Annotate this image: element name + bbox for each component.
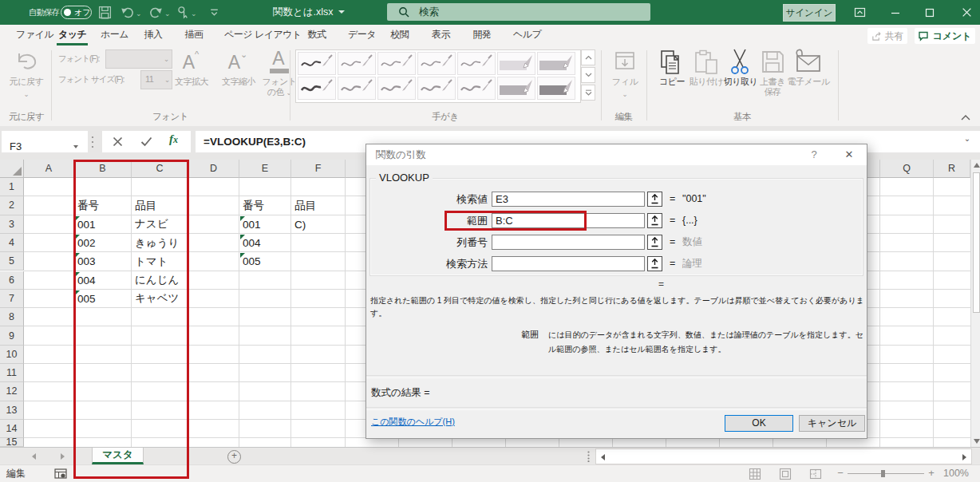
email-icon[interactable] bbox=[792, 48, 824, 75]
row-header-4[interactable]: 4 bbox=[0, 234, 24, 252]
row-header-9[interactable]: 9 bbox=[0, 326, 24, 345]
ribbon-display-options-button[interactable] bbox=[846, 0, 873, 25]
fill-down-icon[interactable] bbox=[613, 50, 637, 73]
vertical-scrollbar[interactable] bbox=[970, 160, 980, 447]
cell-E2[interactable]: 番号 bbox=[243, 196, 264, 215]
row-header-15[interactable]: 15 bbox=[0, 438, 24, 447]
signin-button[interactable]: サインイン bbox=[783, 4, 836, 22]
column-header-Q[interactable]: Q bbox=[880, 160, 934, 178]
comments-button[interactable]: コメント bbox=[915, 28, 975, 44]
row-header-6[interactable]: 6 bbox=[0, 271, 24, 290]
ink-pen-thumbnail[interactable] bbox=[298, 77, 336, 100]
normal-view-icon[interactable] bbox=[749, 468, 761, 480]
fill-button-label[interactable]: フィル bbox=[607, 77, 643, 87]
ink-pen-thumbnail[interactable] bbox=[497, 52, 535, 75]
column-header-A[interactable]: A bbox=[24, 160, 74, 178]
insert-function-icon[interactable]: fx bbox=[169, 132, 188, 152]
undo-button-label[interactable]: 元に戻す bbox=[3, 77, 49, 87]
minimize-button[interactable] bbox=[882, 0, 909, 25]
name-box[interactable]: F3 bbox=[2, 131, 88, 152]
ink-pen-thumbnail[interactable] bbox=[338, 52, 376, 75]
email-button-label[interactable]: 電子メール bbox=[784, 77, 833, 87]
zoom-in-button[interactable]: + bbox=[926, 465, 937, 482]
redo-dropdown-caret[interactable]: ⌄ bbox=[164, 10, 171, 18]
cancel-entry-icon[interactable] bbox=[113, 136, 123, 147]
range-picker-button-列番号[interactable] bbox=[647, 235, 662, 250]
paste-icon[interactable] bbox=[693, 49, 720, 76]
formula-bar-expand-icon[interactable]: ⌄ bbox=[961, 132, 974, 145]
ribbon-tab-ホーム[interactable]: ホーム bbox=[99, 25, 130, 45]
ribbon-tab-数式[interactable]: 数式 bbox=[306, 25, 328, 45]
cell-E5[interactable]: 005 bbox=[243, 252, 261, 271]
ribbon-tab-挿入[interactable]: 挿入 bbox=[142, 25, 164, 45]
sheet-nav-next-icon[interactable] bbox=[61, 453, 65, 460]
dialog-title-bar[interactable]: 関数の引数 ? ✕ bbox=[366, 144, 867, 165]
row-header-10[interactable]: 10 bbox=[0, 346, 24, 364]
cell-F3[interactable]: C) bbox=[294, 215, 306, 234]
horizontal-scrollbar[interactable] bbox=[595, 448, 972, 464]
row-header-11[interactable]: 11 bbox=[0, 364, 24, 382]
gallery-scroll-down-button[interactable] bbox=[581, 67, 595, 83]
page-break-preview-icon[interactable] bbox=[809, 468, 822, 480]
ink-pen-thumbnail[interactable] bbox=[417, 77, 456, 100]
save-large-icon[interactable] bbox=[760, 49, 785, 74]
font-color-icon[interactable]: A bbox=[261, 48, 296, 67]
range-picker-button-検索値[interactable] bbox=[647, 192, 662, 207]
row-header-12[interactable]: 12 bbox=[0, 382, 24, 401]
ok-button[interactable]: OK bbox=[725, 415, 793, 432]
row-header-7[interactable]: 7 bbox=[0, 290, 24, 308]
ribbon-tab-ヘルプ[interactable]: ヘルプ bbox=[512, 25, 543, 45]
column-header-E[interactable]: E bbox=[239, 160, 291, 178]
macro-record-icon[interactable] bbox=[54, 468, 67, 480]
row-header-14[interactable]: 14 bbox=[0, 420, 24, 438]
ribbon-tab-開発[interactable]: 開発 bbox=[471, 25, 493, 45]
touch-mouse-mode-icon[interactable] bbox=[176, 6, 190, 19]
grow-font-label[interactable]: 文字拡大 bbox=[173, 77, 210, 87]
sheet-nav-previous-icon[interactable] bbox=[32, 453, 36, 460]
dialog-help-icon[interactable]: ? bbox=[804, 144, 824, 165]
ink-pen-thumbnail[interactable] bbox=[298, 52, 336, 75]
row-header-8[interactable]: 8 bbox=[0, 308, 24, 326]
row-header-13[interactable]: 13 bbox=[0, 401, 24, 420]
copy-button-label[interactable]: コピー bbox=[654, 77, 690, 87]
cell-E3[interactable]: 001 bbox=[243, 215, 261, 234]
zoom-slider-track[interactable] bbox=[848, 473, 924, 474]
ink-pen-thumbnail[interactable] bbox=[537, 52, 575, 75]
name-box-caret-icon[interactable] bbox=[73, 145, 78, 148]
shrink-font-label[interactable]: 文字縮小 bbox=[220, 77, 257, 87]
undo-dropdown-caret[interactable]: ⌄ bbox=[136, 10, 142, 18]
enter-entry-icon[interactable] bbox=[140, 136, 152, 147]
font-color-label-line2[interactable]: の色 ⌄ bbox=[261, 87, 298, 98]
share-button[interactable]: 共有 bbox=[867, 28, 907, 44]
redo-icon[interactable] bbox=[149, 6, 163, 19]
ink-pen-thumbnail[interactable] bbox=[377, 77, 416, 100]
cut-icon[interactable] bbox=[728, 48, 752, 77]
ribbon-tab-描画[interactable]: 描画 bbox=[183, 25, 205, 45]
scroll-down-arrow-icon[interactable] bbox=[974, 439, 980, 444]
ribbon-tab-校閲[interactable]: 校閲 bbox=[389, 25, 411, 45]
row-header-1[interactable]: 1 bbox=[0, 178, 24, 196]
search-box[interactable]: 検索 bbox=[387, 3, 650, 21]
column-header-D[interactable]: D bbox=[188, 160, 239, 178]
grow-font-icon[interactable]: A^ bbox=[173, 49, 208, 73]
field-input-検索方法[interactable] bbox=[492, 256, 645, 271]
undo-chevron-icon[interactable]: ⌄ bbox=[3, 90, 49, 98]
ribbon-tab-ファイル[interactable]: ファイル bbox=[14, 25, 55, 45]
scroll-left-arrow-icon[interactable] bbox=[601, 454, 605, 460]
ribbon-tab-ページ レイアウト[interactable]: ページ レイアウト bbox=[223, 25, 303, 45]
select-all-button[interactable] bbox=[0, 160, 24, 178]
ink-pen-thumbnail[interactable] bbox=[457, 77, 496, 100]
document-title[interactable]: 関数とは.xlsx bbox=[273, 0, 334, 25]
zoom-level[interactable]: 100% bbox=[940, 465, 969, 482]
ink-pen-thumbnail[interactable] bbox=[457, 52, 496, 75]
field-input-列番号[interactable] bbox=[492, 235, 645, 250]
cell-E4[interactable]: 004 bbox=[243, 234, 261, 252]
gallery-more-button[interactable] bbox=[581, 85, 595, 101]
scroll-right-arrow-icon[interactable] bbox=[962, 454, 966, 460]
fill-chevron-icon[interactable]: ⌄ bbox=[607, 90, 643, 98]
page-layout-view-icon[interactable] bbox=[779, 468, 792, 480]
row-header-2[interactable]: 2 bbox=[0, 196, 24, 215]
ribbon-tab-表示[interactable]: 表示 bbox=[430, 25, 452, 45]
cell-F2[interactable]: 品目 bbox=[294, 196, 316, 215]
ink-pen-thumbnail[interactable] bbox=[497, 77, 535, 100]
